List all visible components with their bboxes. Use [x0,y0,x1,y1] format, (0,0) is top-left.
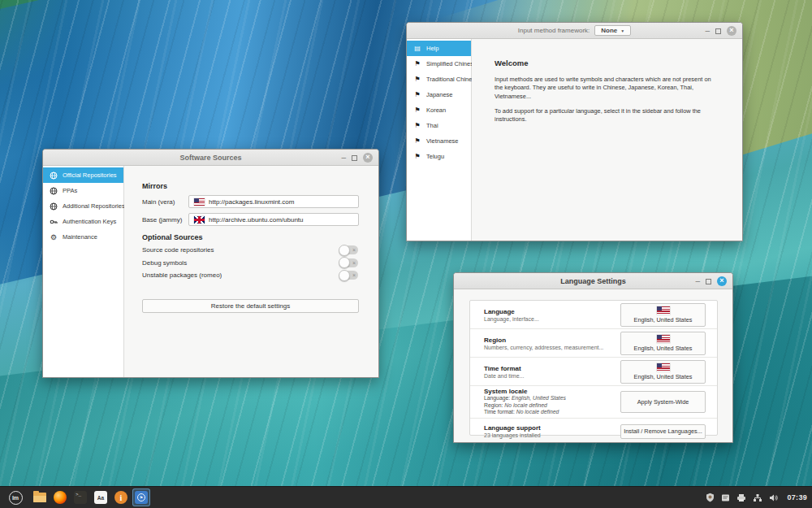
folder-icon [33,493,46,502]
button-label: Apply System-Wide [637,398,689,406]
button-label: English, United States [634,373,693,380]
sidebar-item-help[interactable]: ▤ Help [407,41,471,56]
sidebar-item-label: Telugu [426,153,444,160]
sidebar-item-vietnamese[interactable]: ⚑ Vietnamese [407,133,471,149]
row-subtitle: Numbers, currency, addresses, measuremen… [484,345,603,350]
firefox-icon [54,491,67,504]
base-mirror-field[interactable]: http://archive.ubuntu.com/ubuntu [188,213,359,226]
network-icon[interactable] [753,493,762,502]
uk-flag-icon [194,216,205,224]
maximize-button[interactable] [706,279,711,284]
time-format-select-button[interactable]: English, United States [620,360,706,384]
welcome-heading: Welcome [495,59,719,67]
install-remove-languages-button[interactable]: Install / Remove Languages... [620,424,706,439]
maximize-button[interactable] [715,28,721,34]
sidebar-item-traditional-chinese[interactable]: ⚑ Traditional Chinese [407,72,471,87]
locale-language-line: Language: English, United States [484,395,566,402]
minimize-button[interactable]: – [695,278,700,284]
software-sources-titlebar[interactable]: Software Sources – × [43,150,378,166]
sidebar-item-thai[interactable]: ⚑ Thai [407,118,471,133]
report-icon[interactable] [721,493,730,502]
optional-sources-heading: Optional Sources [142,233,359,241]
maximize-button[interactable] [352,155,357,161]
restore-defaults-button[interactable]: Restore the default settings [142,299,359,313]
globe-icon [50,202,58,211]
row-title: Region [484,336,603,344]
sidebar-item-japanese[interactable]: ⚑ Japanese [407,87,471,102]
input-methods-taskbar-item[interactable]: Aa [92,488,110,506]
row-title: Language support [484,424,541,432]
language-select-button[interactable]: English, United States [620,303,706,327]
sidebar-item-label: Authentication Keys [63,218,116,225]
flag-icon: ⚑ [413,76,421,83]
us-flag-icon [657,306,670,315]
terminal-launcher[interactable]: >_ [71,488,89,506]
input-methods-titlebar[interactable]: Input method framework: None ▼ – × [407,23,742,39]
sidebar-item-telugu[interactable]: ⚑ Telugu [407,149,471,164]
close-button[interactable]: × [363,153,373,163]
sidebar-item-label: Official Repositories [63,172,117,179]
sidebar-item-maintenance[interactable]: ⚙ Maintenance [43,229,123,245]
apply-system-wide-button[interactable]: Apply System-Wide [620,391,706,413]
flag-icon: ⚑ [413,153,421,160]
printer-icon[interactable] [736,493,746,502]
framework-dropdown[interactable]: None ▼ [594,25,631,36]
sidebar-item-ppas[interactable]: PPAs [43,183,123,198]
source-code-toggle[interactable]: × [339,245,358,254]
toggle-off-icon: × [352,271,356,280]
region-row: Region Numbers, currency, addresses, mea… [470,329,717,358]
software-sources-sidebar: Official Repositories PPAs Additional Re… [43,166,124,377]
close-button[interactable]: × [727,26,736,36]
sidebar-item-korean[interactable]: ⚑ Korean [407,102,471,118]
flag-icon: ⚑ [413,91,421,98]
row-subtitle: Language, interface... [484,316,539,322]
volume-icon[interactable] [769,493,779,502]
unstable-packages-label: Unstable packages (romeo) [142,271,222,279]
files-launcher[interactable] [31,488,49,506]
row-title: Language [484,308,539,315]
us-flag-icon [194,198,205,206]
sidebar-item-additional-repositories[interactable]: Additional Repositories [43,198,123,214]
flag-icon: ⚑ [413,106,421,114]
software-sources-taskbar-item[interactable]: i [112,488,130,506]
taskbar: lm >_ Aa i ⚑ [0,486,812,508]
sidebar-item-authentication-keys[interactable]: Authentication Keys [43,214,123,229]
clock[interactable]: 07:39 [787,493,807,501]
sidebar-item-official-repositories[interactable]: Official Repositories [43,167,123,183]
globe-icon [50,172,58,180]
flag-icon: ⚑ [413,60,421,67]
sidebar-item-simplified-chinese[interactable]: ⚑ Simplified Chinese [407,56,471,72]
sidebar-item-label: Thai [426,122,438,129]
unstable-packages-toggle[interactable]: × [339,271,358,280]
update-shield-icon[interactable] [706,493,715,502]
sidebar-item-label: Japanese [426,91,453,98]
system-locale-row: System locale Language: English, United … [470,386,717,419]
help-doc-icon: ▤ [413,45,421,52]
minimize-button[interactable]: – [341,154,346,161]
region-select-button[interactable]: English, United States [620,332,706,355]
base-mirror-value: http://archive.ubuntu.com/ubuntu [209,216,304,224]
time-format-row: Time format Date and time... English, Un… [470,358,717,386]
us-flag-icon [657,363,670,371]
software-sources-content: Mirrors Main (vera) http://packages.linu… [124,166,378,377]
software-sources-window: Software Sources – × Official Repositori… [42,149,379,378]
firefox-launcher[interactable] [51,488,69,506]
debug-symbols-toggle[interactable]: × [339,258,358,267]
toggle-off-icon: × [352,258,356,267]
language-settings-taskbar-item[interactable]: ⚑ [132,488,150,506]
gear-icon: ⚙ [50,233,58,241]
main-mirror-field[interactable]: http://packages.linuxmint.com [188,195,359,208]
close-button[interactable]: × [717,276,727,286]
button-label: English, United States [634,345,693,352]
sidebar-item-label: Additional Repositories [63,202,125,210]
language-settings-titlebar[interactable]: Language Settings – × [454,273,732,289]
sidebar-item-label: Maintenance [63,233,97,241]
locale-region-line: Region: No locale defined [484,402,566,409]
sidebar-item-label: Vietnamese [426,137,458,145]
mint-menu-button[interactable]: lm [5,487,26,508]
minimize-button[interactable]: – [705,28,710,34]
input-methods-sidebar: ▤ Help ⚑ Simplified Chinese ⚑ Traditiona… [407,39,472,241]
language-support-row: Language support 23 languages installed … [470,419,717,444]
input-methods-content: Welcome Input methods are used to write … [472,39,742,241]
row-subtitle: 23 languages installed [484,432,541,438]
